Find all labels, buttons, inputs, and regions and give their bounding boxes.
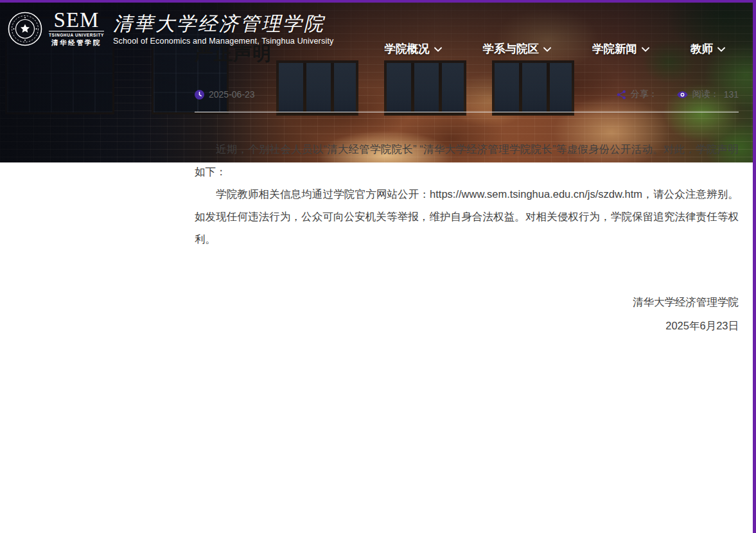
nav-item-school-news[interactable]: 学院新闻 (592, 41, 649, 57)
sem-logo-block: SEM TSINGHUA UNIVERSITY 清华经管学院 (49, 10, 104, 48)
paragraph: 学院教师相关信息均通过学院官方网站公开：https://www.sem.tsin… (195, 183, 739, 250)
clock-icon (195, 90, 204, 100)
read-label: 阅读： (692, 89, 719, 100)
sem-cn-short-name: 清华经管学院 (49, 39, 104, 48)
eye-icon (677, 91, 688, 99)
article-body: 近期，个别社会人员以“清大经管学院院长” “清华大学经济管理学院院长”等虚假身份… (195, 138, 739, 250)
chevron-down-icon (642, 47, 649, 52)
chevron-down-icon (543, 47, 551, 52)
share-label: 分享： (631, 89, 658, 100)
school-name-cn: 清華大学经济管理学院 (113, 13, 334, 34)
share-icon (617, 90, 626, 100)
chevron-down-icon (717, 47, 725, 52)
sem-acronym: SEM (49, 10, 104, 30)
tsinghua-seal-icon (8, 12, 42, 46)
paragraph: 近期，个别社会人员以“清大经管学院院长” “清华大学经济管理学院院长”等虚假身份… (195, 138, 739, 183)
sem-university-label: TSINGHUA UNIVERSITY (49, 31, 104, 37)
meta-actions: 分享： 阅读：131 (617, 89, 739, 100)
site-logo[interactable]: SEM TSINGHUA UNIVERSITY 清华经管学院 清華大学经济管理学… (8, 10, 334, 48)
signature-date: 2025年6月23日 (195, 314, 739, 338)
publish-date: 2025-06-23 (209, 89, 255, 100)
article-meta-row: 2025-06-23 分享： 阅读：131 (195, 89, 739, 100)
publish-date-group: 2025-06-23 (195, 89, 255, 100)
nav-label: 学院新闻 (592, 41, 637, 57)
nav-label: 学系与院区 (483, 41, 540, 57)
signature-org: 清华大学经济管理学院 (195, 290, 739, 314)
nav-label: 学院概况 (385, 41, 430, 57)
chevron-down-icon (434, 47, 442, 52)
nav-label: 教师 (690, 41, 713, 57)
nav-item-faculty[interactable]: 教师 (690, 41, 725, 57)
school-name-block: 清華大学经济管理学院 School of Economics and Manag… (113, 13, 334, 46)
share-button[interactable]: 分享： (617, 89, 658, 100)
main-nav: 学院概况 学系与院区 学院新闻 教师 (385, 41, 726, 57)
top-accent-bar (0, 0, 756, 3)
nav-item-departments[interactable]: 学系与院区 (483, 41, 552, 57)
right-accent-bar[interactable] (753, 0, 756, 533)
meta-divider (195, 112, 739, 112)
signature-block: 清华大学经济管理学院 2025年6月23日 (195, 290, 739, 338)
read-count: 131 (724, 89, 739, 100)
read-count-group: 阅读：131 (677, 89, 739, 100)
nav-item-school-overview[interactable]: 学院概况 (385, 41, 442, 57)
school-name-en: School of Economics and Management, Tsin… (113, 37, 334, 46)
